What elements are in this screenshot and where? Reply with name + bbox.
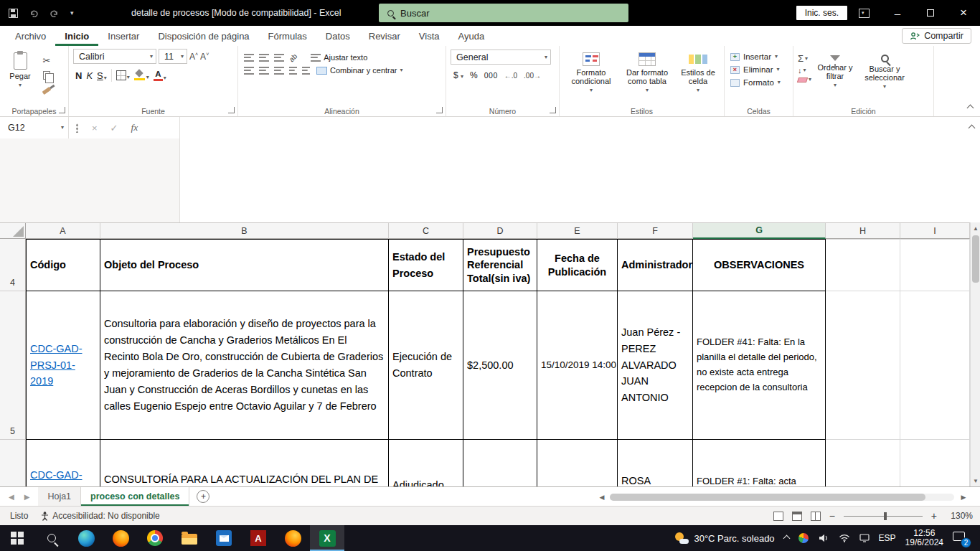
font-color-button[interactable]: A▾ [154,70,166,81]
horizontal-scroll-thumb[interactable] [610,494,925,501]
column-header-d[interactable]: D [463,223,537,239]
tab-revisar[interactable]: Revisar [359,26,410,46]
tab-archivo[interactable]: Archivo [6,26,55,46]
find-select-button[interactable]: Buscar y seleccionar ▾ [859,49,910,105]
tab-vista[interactable]: Vista [410,26,449,46]
column-header-b[interactable]: B [100,223,389,239]
share-button[interactable]: Compartir [902,28,971,44]
close-button[interactable]: × [947,0,980,26]
start-button[interactable] [0,525,34,551]
cell-g6[interactable]: FOLDER #1: Falta: acta [693,440,826,486]
sheet-tab-proceso-con-detalles[interactable]: proceso con detalles [81,487,189,506]
cell-g5[interactable]: FOLDER #41: Falta: En la planilla el det… [693,291,826,440]
zoom-in-icon[interactable]: + [931,512,937,520]
cell-c5[interactable]: Ejecución de Contrato [389,291,463,440]
fill-button[interactable]: ↓▾ [798,66,811,75]
display-icon[interactable] [859,534,870,542]
row-header-4[interactable]: 4 [0,239,26,291]
ribbon-display-options-icon[interactable] [859,9,870,18]
alignment-dialog-launcher[interactable] [436,107,443,113]
cell-h6[interactable] [826,440,900,486]
tray-browser-icon[interactable] [798,533,809,543]
merge-center-button[interactable]: Combinar y centrar ▾ [316,66,403,75]
formula-bar-handle[interactable] [76,123,78,133]
customize-qat-icon[interactable]: ▾ [70,9,74,17]
cell-a6[interactable]: CDC-GAD- [26,440,100,486]
hscroll-left-icon[interactable]: ◀ [597,492,607,502]
vertical-scrollbar[interactable]: ▲ ▼ [970,222,980,486]
number-format-combo[interactable]: General ▾ [451,50,551,65]
format-painter-button[interactable] [39,83,55,98]
copy-button[interactable] [39,68,55,83]
taskbar-search-button[interactable] [34,525,69,551]
restore-button[interactable] [914,0,947,26]
accessibility-status[interactable]: Accesibilidad: No disponible [41,511,159,521]
row-header-5[interactable]: 5 [0,291,26,440]
cell-f6[interactable]: ROSA [618,440,693,486]
autosum-button[interactable]: Σ▾ [798,53,811,64]
fill-color-button[interactable]: ▾ [134,70,149,80]
font-dialog-launcher[interactable] [228,107,235,113]
comma-format-button[interactable]: 000 [484,71,498,80]
select-all-corner[interactable] [0,223,26,239]
italic-button[interactable]: K [86,70,93,81]
vertical-scroll-thumb[interactable] [972,235,979,283]
align-center-icon[interactable] [259,67,269,75]
column-header-i[interactable]: I [900,223,970,239]
normal-view-icon[interactable] [773,512,783,521]
wrap-text-button[interactable]: Ajustar texto [311,53,367,62]
column-header-f[interactable]: F [618,223,693,239]
tab-inicio[interactable]: Inicio [55,26,98,46]
column-header-a[interactable]: A [26,223,100,239]
increase-font-button[interactable]: A˄ [189,52,198,62]
cell-a4[interactable]: Código [26,239,100,291]
cell-h4[interactable] [826,239,900,291]
taskbar-outlook[interactable] [207,525,241,551]
taskbar-excel[interactable]: X [310,525,344,551]
tab-formulas[interactable]: Fórmulas [259,26,316,46]
underline-button[interactable]: S▾ [97,70,107,81]
row-header-6[interactable] [0,440,26,486]
zoom-out-icon[interactable]: − [829,512,835,520]
network-wifi-icon[interactable] [839,534,850,542]
taskbar-chrome[interactable] [138,525,172,551]
format-as-table-button[interactable]: Dar formato como tabla ▾ [618,49,676,105]
sheet-next-icon[interactable]: ▶ [24,493,30,501]
align-bottom-icon[interactable] [274,54,284,62]
decrease-decimal-button[interactable]: .00→ [524,72,541,80]
font-size-combo[interactable]: 11▾ [159,49,187,64]
taskbar-acrobat[interactable]: A [241,525,275,551]
clock-widget[interactable]: 12:56 19/6/2024 [905,529,943,548]
currency-format-button[interactable]: $ ▾ [453,70,463,80]
scroll-down-icon[interactable]: ▼ [971,475,980,486]
collapse-ribbon-icon[interactable] [967,105,974,112]
column-header-e[interactable]: E [537,223,618,239]
save-icon[interactable] [9,9,18,18]
search-box[interactable]: Buscar [379,4,628,22]
cell-i6[interactable] [900,440,970,486]
zoom-slider-thumb[interactable] [884,512,887,520]
column-header-h[interactable]: H [826,223,900,239]
cell-d5[interactable]: $2,500.00 [463,291,537,440]
cell-g4[interactable]: OBSERVACIONES [693,239,826,291]
page-break-view-icon[interactable] [811,512,821,521]
insert-cells-button[interactable]: + Insertar ▾ [729,50,790,63]
orientation-icon[interactable]: ab [288,52,299,63]
cell-d4[interactable]: Presupuesto Referencial Total(sin iva) [463,239,537,291]
cell-i5[interactable] [900,291,970,440]
taskbar-file-explorer[interactable] [172,525,207,551]
align-left-icon[interactable] [244,67,254,75]
horizontal-scrollbar[interactable] [610,494,954,501]
align-middle-icon[interactable] [259,54,269,62]
cell-a5-link[interactable]: CDC-GAD-PRSJ-01-2019 [30,341,96,390]
cell-d6[interactable] [463,440,537,486]
tab-ayuda[interactable]: Ayuda [449,26,494,46]
taskbar-firefox[interactable] [103,525,138,551]
cell-f4[interactable]: Administrador [618,239,693,291]
undo-icon[interactable] [29,9,39,17]
percent-format-button[interactable]: % [470,70,478,80]
align-top-icon[interactable] [244,54,254,62]
cell-e4[interactable]: Fecha de Publicación [537,239,618,291]
zoom-slider[interactable] [844,516,923,517]
clear-button[interactable]: ▾ [798,77,811,83]
